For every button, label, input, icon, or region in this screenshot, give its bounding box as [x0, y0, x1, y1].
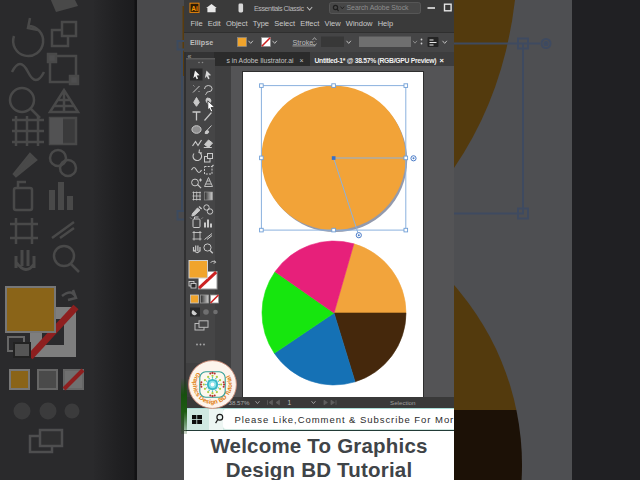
- svg-text:Stroke:: Stroke:: [293, 38, 316, 47]
- svg-text:×: ×: [440, 55, 445, 64]
- svg-text:1: 1: [288, 399, 292, 406]
- svg-text:Untitled-1* @ 38.57% (RGB/GPU: Untitled-1* @ 38.57% (RGB/GPU Preview): [315, 56, 437, 64]
- svg-text:s in Adobe Ilustrator.ai: s in Adobe Ilustrator.ai: [227, 56, 294, 63]
- svg-text:Search Adobe Stock: Search Adobe Stock: [347, 4, 410, 11]
- svg-text:Ellipse: Ellipse: [190, 38, 213, 47]
- svg-text:Selection: Selection: [390, 399, 416, 406]
- svg-text:Ai: Ai: [191, 5, 198, 12]
- svg-text:Please Like,Comment & Subscrib: Please Like,Comment & Subscribe For More…: [235, 414, 455, 425]
- svg-text:×: ×: [300, 56, 304, 63]
- svg-text:Essentials Classic: Essentials Classic: [254, 4, 304, 13]
